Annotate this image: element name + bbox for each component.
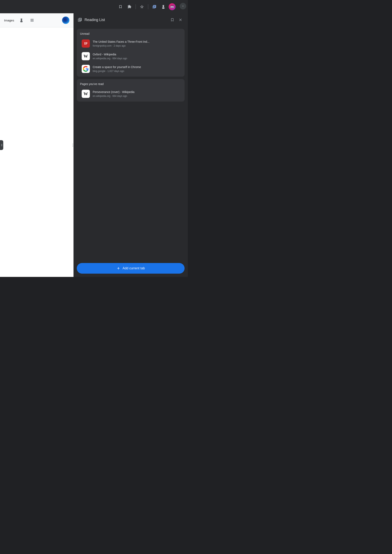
unread-section-title: Unread [77,29,185,37]
resize-dot [72,145,73,145]
close-panel-button[interactable] [177,17,184,23]
star-icon[interactable] [138,3,146,10]
left-panel-header: Images [0,13,73,27]
globe-icon[interactable] [62,17,70,24]
bookmark-star-icon[interactable] [117,3,124,10]
read-section-title: Pages you've read [77,79,185,87]
item-title-perseverance: Perseverance (rover) - Wikipedia [93,90,180,94]
item-meta-perseverance: en.wikipedia.org · 664 days ago [93,95,180,97]
panel-footer: Add current tab [73,260,188,277]
favicon-chrome [82,65,90,73]
item-info-chrome: Create a space for yourself in Chrome bl… [93,65,180,72]
item-info-fp: The United States Faces a Three-Front In… [93,40,180,47]
extension-icon[interactable] [126,3,133,10]
bookmark-panel-icon[interactable] [169,17,175,23]
plus-icon [116,266,120,270]
svg-rect-1 [2,144,2,146]
item-meta-fp: foreignpolicy.com · 2 days ago [93,44,180,47]
reading-item-oxford[interactable]: W Oxford - Wikipedia en.wikipedia.org · … [78,50,183,62]
reading-item-perseverance[interactable]: W Perseverance (rover) - Wikipedia en.wi… [78,88,183,100]
images-label: Images [4,19,14,22]
item-title-chrome: Create a space for yourself in Chrome [93,65,180,69]
reading-item-chrome[interactable]: Create a space for yourself in Chrome bl… [78,63,183,75]
unread-section: Unread IP The United States Faces a Thre… [77,29,185,77]
top-bar: 🥽 [0,0,188,13]
favicon-fp: IP [82,39,90,48]
side-toggle[interactable] [0,140,3,150]
reading-list-panel: Reading List Unread [73,13,188,277]
panel-content[interactable]: Unread IP The United States Faces a Thre… [73,26,188,260]
svg-rect-0 [1,144,2,146]
flask-left-icon[interactable] [18,17,25,23]
resize-dot [72,146,73,147]
read-section: Pages you've read W Perseverance (rover)… [77,79,185,101]
item-info-perseverance: Perseverance (rover) - Wikipedia en.wiki… [93,90,180,97]
chevron-button[interactable] [180,3,186,9]
favicon-oxford: W [82,52,90,60]
drag-handle[interactable] [72,141,73,149]
panel-header-actions [169,17,184,23]
separator2 [148,4,148,9]
item-meta-oxford: en.wikipedia.org · 664 days ago [93,57,180,60]
reading-list-panel-icon [77,18,82,22]
reading-list-toolbar-icon[interactable] [151,3,158,10]
panel-header: Reading List [73,13,188,26]
main-layout: Images [0,13,188,277]
profile-avatar[interactable]: 🥽 [169,3,175,10]
panel-title: Reading List [84,18,167,22]
item-title-oxford: Oxford - Wikipedia [93,52,180,57]
resize-dot [72,144,73,144]
reading-item-fp[interactable]: IP The United States Faces a Three-Front… [78,37,183,50]
flask-toolbar-icon[interactable] [160,3,167,10]
left-panel: Images [0,13,73,277]
item-meta-chrome: blog.google · 1,027 days ago [93,70,180,72]
grid-left-icon[interactable] [29,17,35,23]
favicon-perseverance: W [82,90,90,98]
item-info-oxford: Oxford - Wikipedia en.wikipedia.org · 66… [93,52,180,60]
add-tab-label: Add current tab [123,266,145,270]
item-title-fp: The United States Faces a Three-Front In… [93,40,180,44]
add-current-tab-button[interactable]: Add current tab [77,263,185,274]
